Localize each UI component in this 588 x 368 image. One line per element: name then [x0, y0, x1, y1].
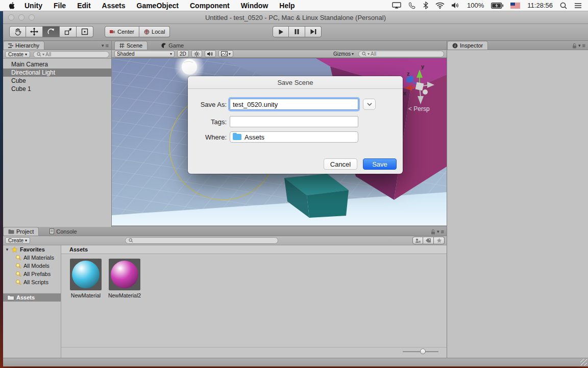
asset-thumbnail[interactable]: [70, 259, 102, 290]
chevron-down-icon: [367, 103, 372, 106]
menu-item-gameobject[interactable]: GameObject: [131, 0, 184, 11]
inspector-tab[interactable]: i Inspector: [447, 41, 488, 50]
search-filter-icon: [15, 255, 21, 261]
tags-label: Tags:: [188, 118, 230, 126]
svg-text:y: y: [421, 63, 425, 70]
rotate-tool-button[interactable]: [43, 26, 60, 37]
menu-bar-clock[interactable]: 11:28:56: [527, 2, 553, 9]
game-tab[interactable]: Game: [157, 41, 188, 50]
hierarchy-item[interactable]: Cube 1: [3, 85, 111, 93]
2d-toggle-button[interactable]: 2D: [177, 50, 189, 57]
notification-center-icon[interactable]: [574, 3, 582, 9]
phone-icon[interactable]: [408, 2, 416, 9]
search-icon: [362, 52, 366, 56]
asset-thumbnail[interactable]: [109, 259, 140, 290]
menu-item-file[interactable]: File: [48, 0, 71, 11]
wifi-icon[interactable]: [435, 2, 445, 9]
pause-button[interactable]: [289, 26, 305, 37]
where-stepper-icon: [349, 132, 357, 142]
favorites-item[interactable]: All Models: [3, 262, 61, 270]
project-favorites-column: ▼ Favorites All MaterialsAll ModelsAll P…: [3, 245, 61, 358]
favorites-item[interactable]: All Scripts: [3, 278, 61, 286]
console-tab[interactable]: Console: [45, 227, 81, 236]
hierarchy-tab-icon: [8, 43, 13, 48]
bluetooth-icon[interactable]: [423, 2, 428, 9]
project-tab[interactable]: Project: [3, 227, 39, 236]
volume-icon[interactable]: [452, 2, 460, 9]
scene-tab[interactable]: Scene: [114, 41, 148, 50]
hierarchy-tab[interactable]: Hierarchy: [3, 41, 44, 50]
search-by-label-button[interactable]: [423, 237, 434, 244]
gizmos-dropdown[interactable]: Gizmos▾: [331, 50, 356, 57]
folder-icon: [7, 295, 14, 301]
hierarchy-list: Main CameraDirectional LightCubeCube 1: [3, 59, 111, 93]
play-button[interactable]: [273, 26, 289, 37]
game-tab-icon: [161, 43, 166, 48]
type-filter-icon: [415, 238, 421, 243]
step-button[interactable]: [305, 26, 322, 37]
lock-icon[interactable]: [431, 229, 435, 235]
shading-mode-dropdown[interactable]: Shaded▾: [114, 51, 175, 57]
persp-text: Persp: [413, 105, 430, 112]
assets-breadcrumb[interactable]: Assets: [61, 245, 447, 254]
unity-status-bar: [3, 358, 588, 366]
apple-menu-icon[interactable]: [8, 2, 16, 10]
where-value: Assets: [244, 133, 264, 141]
scene-lighting-button[interactable]: [191, 50, 202, 57]
spotlight-search-icon[interactable]: [560, 2, 567, 9]
favorites-header[interactable]: ▼ Favorites: [3, 245, 61, 254]
pause-icon: [295, 29, 299, 34]
favorites-item[interactable]: All Materials: [3, 254, 61, 262]
airplay-icon[interactable]: [392, 2, 401, 9]
save-as-label: Save As:: [188, 101, 230, 108]
search-filter-icon: [15, 263, 21, 269]
hierarchy-panel-menu[interactable]: ▾≡: [102, 42, 111, 50]
hierarchy-item[interactable]: Main Camera: [3, 60, 111, 68]
favorites-star-button[interactable]: [434, 237, 445, 244]
save-as-input[interactable]: [230, 99, 358, 110]
star-icon: [11, 246, 18, 253]
scale-tool-button[interactable]: [60, 26, 77, 37]
cancel-button[interactable]: Cancel: [324, 158, 357, 170]
menu-item-window[interactable]: Window: [235, 0, 274, 11]
rect-tool-button[interactable]: [77, 26, 93, 37]
scene-effects-dropdown[interactable]: ▾: [218, 50, 233, 57]
menu-item-help[interactable]: Help: [274, 0, 300, 11]
menu-item-unity[interactable]: Unity: [19, 0, 48, 11]
svg-text:z: z: [407, 71, 410, 77]
scene-search-input[interactable]: ▾ All: [358, 51, 444, 57]
where-dropdown[interactable]: Assets: [230, 131, 358, 143]
save-button[interactable]: Save: [363, 158, 397, 170]
info-icon: i: [452, 43, 458, 49]
assets-folder-item[interactable]: Assets: [3, 293, 61, 302]
thumbnail-zoom-slider[interactable]: [403, 349, 438, 355]
pan-tool-button[interactable]: [9, 26, 26, 37]
menu-item-component[interactable]: Component: [184, 0, 235, 11]
tags-input[interactable]: [230, 116, 358, 127]
project-search-input[interactable]: [125, 237, 278, 244]
search-by-type-button[interactable]: [412, 237, 423, 244]
inspector-panel-menu[interactable]: ▾≡: [572, 42, 588, 50]
hierarchy-create-button[interactable]: Create▾: [5, 51, 30, 58]
expand-dialog-button[interactable]: [363, 99, 376, 110]
hierarchy-item[interactable]: Directional Light: [3, 68, 111, 77]
input-language-flag-icon[interactable]: [510, 3, 520, 9]
resize-grip[interactable]: [580, 359, 587, 365]
rotate-icon: [47, 28, 55, 36]
menu-item-edit[interactable]: Edit: [71, 0, 96, 11]
pivot-mode-button[interactable]: Center: [105, 26, 139, 37]
favorites-item[interactable]: All Prefabs: [3, 270, 61, 278]
lock-icon[interactable]: [572, 43, 577, 49]
project-panel: Project Console ▾≡ Create▾: [3, 227, 447, 358]
menu-item-assets[interactable]: Assets: [96, 0, 131, 11]
hierarchy-item[interactable]: Cube: [3, 77, 111, 85]
move-tool-button[interactable]: [26, 26, 43, 37]
material-sphere-preview: [72, 261, 100, 288]
favorites-list: All MaterialsAll ModelsAll PrefabsAll Sc…: [3, 254, 61, 286]
unity-toolbar: Center Local Layers▾ Layout▾: [3, 24, 588, 41]
hierarchy-search-input[interactable]: ▾ All: [33, 51, 109, 58]
project-panel-menu[interactable]: ▾≡: [431, 228, 447, 236]
handle-rotation-button[interactable]: Local: [139, 26, 170, 37]
project-create-button[interactable]: Create▾: [5, 237, 30, 244]
scene-audio-button[interactable]: [205, 50, 216, 57]
